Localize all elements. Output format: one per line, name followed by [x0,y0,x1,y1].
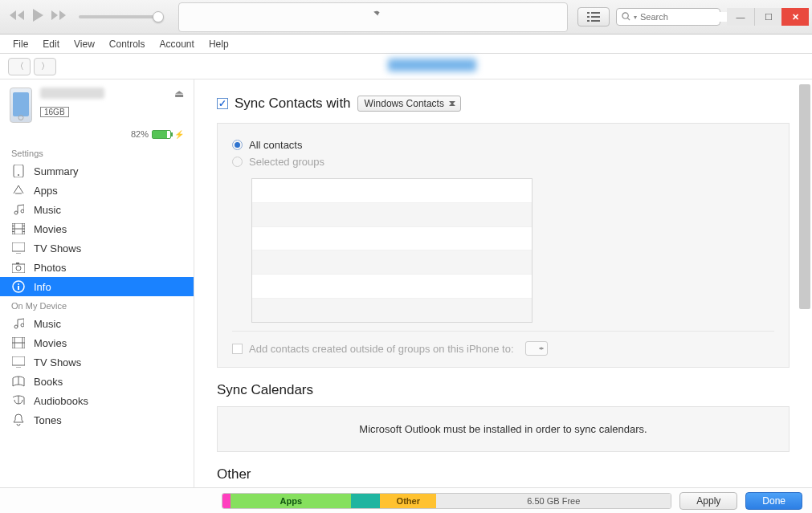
device-capacity-badge: 16GB [40,107,69,117]
done-button[interactable]: Done [745,492,802,510]
now-playing-pane [178,2,568,32]
radio-label: All contacts [249,139,302,151]
apple-logo-icon [365,6,382,27]
sidebar-item-label: Music [34,204,61,216]
device-thumbnail-icon [10,88,32,123]
groups-listbox [251,178,532,323]
back-button[interactable]: 〈 [8,58,31,75]
menu-bar: File Edit View Controls Account Help [0,35,812,54]
list-view-button[interactable] [577,7,610,26]
tv-icon [11,356,26,368]
sidebar-item-device-tvshows[interactable]: TV Shows [0,352,194,372]
sidebar-item-label: Movies [34,223,67,235]
add-outside-contacts-row: Add contacts created outside of groups o… [232,331,774,356]
sidebar-item-photos[interactable]: Photos [0,258,194,277]
add-outside-dropdown[interactable] [525,341,548,356]
sidebar-header-on-device: On My Device [0,296,194,314]
list-row [252,179,532,203]
movies-icon [11,336,26,349]
device-icon [11,165,26,177]
radio-icon [232,157,243,167]
sidebar-item-tvshows[interactable]: TV Shows [0,238,194,258]
sidebar-item-device-audiobooks[interactable]: Audiobooks [0,391,194,410]
sidebar-item-device-books[interactable]: Books [0,372,194,391]
menu-file[interactable]: File [6,36,35,52]
sidebar-item-music[interactable]: Music [0,200,194,219]
charging-icon: ⚡ [174,130,184,139]
maximize-button[interactable]: ☐ [754,8,781,26]
svg-point-10 [18,283,19,285]
svg-line-1 [627,18,630,20]
storage-bar: Apps Other 6.50 GB Free [222,493,671,509]
add-outside-checkbox[interactable] [232,344,243,354]
book-icon [11,375,26,388]
menu-view[interactable]: View [67,36,101,52]
previous-track-button[interactable] [10,9,27,25]
close-button[interactable]: ✕ [781,8,809,26]
title-bar: ▾ — ☐ ✕ [0,0,812,35]
device-name-redacted [40,88,104,99]
next-track-button[interactable] [48,9,66,25]
forward-button[interactable]: 〉 [34,58,56,75]
storage-seg-media [222,494,231,508]
sidebar-item-label: TV Shows [34,242,81,254]
eject-icon[interactable]: ⏏ [174,88,184,100]
window-controls: — ☐ ✕ [727,8,809,26]
sidebar-item-device-music[interactable]: Music [0,314,194,333]
sync-contacts-label: Sync Contacts with [235,96,351,112]
titlebar-right-controls: ▾ — ☐ ✕ [577,7,812,26]
list-row [252,299,532,322]
search-field[interactable]: ▾ [616,8,720,26]
storage-seg-apps: Apps [231,494,351,508]
sidebar: 16GB ⏏ 82% ⚡ Settings Summary Apps Music… [0,79,194,487]
storage-seg-free: 6.50 GB Free [436,494,671,508]
sidebar-item-label: Tones [34,414,62,426]
sidebar-item-label: Audiobooks [34,395,88,407]
sidebar-item-summary[interactable]: Summary [0,161,194,181]
menu-help[interactable]: Help [202,36,235,52]
menu-edit[interactable]: Edit [36,36,66,52]
menu-controls[interactable]: Controls [103,36,152,52]
dropdown-caret-icon: ▾ [634,14,637,21]
navigation-row: 〈 〉 [0,54,812,79]
scrollbar-thumb[interactable] [799,84,810,309]
minimize-button[interactable]: — [727,8,754,26]
bell-icon [11,413,26,426]
sidebar-item-apps[interactable]: Apps [0,181,194,200]
volume-slider[interactable] [79,15,159,18]
device-summary: 16GB ⏏ [0,79,194,129]
svg-rect-11 [18,286,19,290]
content-pane: Sync Contacts with Windows Contacts All … [194,79,812,487]
movies-icon [11,222,26,235]
radio-all-contacts[interactable]: All contacts [232,136,774,153]
apps-icon [11,184,26,197]
sidebar-item-movies[interactable]: Movies [0,219,194,238]
music-icon [11,203,26,216]
play-button[interactable] [31,8,45,26]
menu-account[interactable]: Account [153,36,201,52]
sidebar-item-info[interactable]: Info [0,277,194,296]
device-name-blurred [388,59,476,71]
apply-button[interactable]: Apply [679,492,737,510]
sidebar-item-label: Photos [34,262,66,274]
radio-selected-groups[interactable]: Selected groups [232,153,774,170]
sync-calendars-panel: Microsoft Outlook must be installed in o… [217,406,790,452]
svg-point-3 [18,174,19,176]
add-outside-label: Add contacts created outside of groups o… [249,343,514,355]
sync-contacts-panel: All contacts Selected groups Add contact… [217,123,790,368]
list-row [252,275,532,299]
svg-point-7 [16,266,21,271]
list-row [252,227,532,251]
tv-icon [11,242,26,254]
sync-calendars-header: Sync Calendars [217,368,790,406]
radio-label: Selected groups [249,156,324,168]
sidebar-item-label: Music [34,318,61,330]
sync-contacts-dropdown[interactable]: Windows Contacts [357,96,461,112]
search-icon [622,12,630,22]
sidebar-item-device-movies[interactable]: Movies [0,333,194,352]
sidebar-item-label: Books [34,376,63,388]
sync-contacts-checkbox[interactable] [217,98,228,109]
sidebar-item-device-tones[interactable]: Tones [0,410,194,430]
music-icon [11,317,26,330]
battery-icon [152,130,171,139]
